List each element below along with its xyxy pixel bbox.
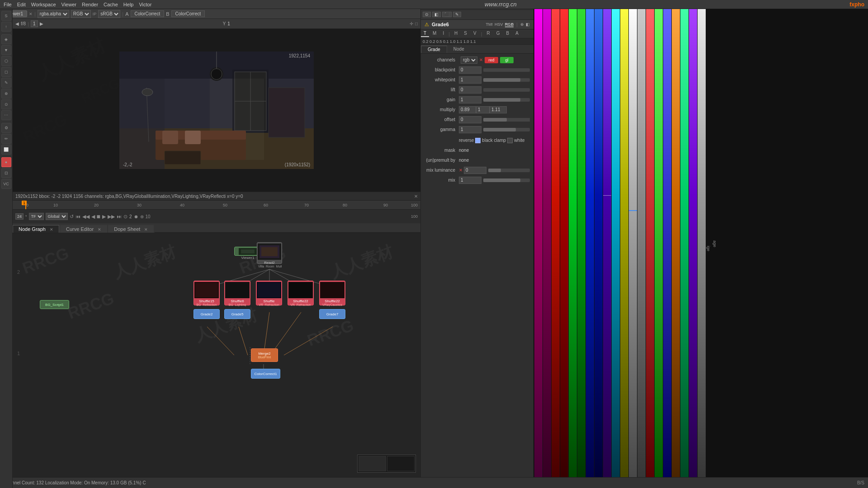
close-status-icon[interactable]: ✕ — [414, 194, 418, 199]
grade-dyn-icon[interactable]: ⊕ — [520, 22, 524, 27]
sidebar-tool-8[interactable]: ⋯ — [1, 110, 11, 120]
sidebar-tool-move[interactable]: ↑ — [1, 22, 11, 32]
grade-tab-V[interactable]: V — [471, 30, 479, 37]
lift-input[interactable] — [459, 86, 481, 94]
sidebar-tool-14[interactable]: VC — [1, 179, 11, 189]
menu-render[interactable]: Render — [82, 2, 98, 7]
sidebar-tool-4[interactable]: ◻ — [1, 67, 11, 77]
grade-tab-G[interactable]: G — [494, 30, 503, 37]
grade-tab-M[interactable]: M — [430, 30, 439, 37]
node-shuffle-1[interactable]: Shuffle15 BG_Reflection — [193, 281, 220, 305]
display-select[interactable]: sRGB — [98, 10, 120, 18]
grade-tab-rgb[interactable]: RGB — [505, 22, 514, 27]
sidebar-tool-9[interactable]: ⚙ — [1, 123, 11, 133]
menu-workspace[interactable]: Workspace — [31, 2, 56, 7]
node-colorcorrect[interactable]: ColorCorrect1 — [251, 369, 280, 379]
play-back-icon[interactable]: ◀ — [91, 214, 95, 220]
menu-edit[interactable]: Edit — [17, 2, 26, 7]
tab-grade[interactable]: Grade — [421, 46, 447, 53]
gamma-slider[interactable] — [483, 128, 530, 131]
channel-color-green[interactable]: gl — [500, 57, 514, 63]
tab-dope-sheet-close[interactable]: ✕ — [144, 227, 148, 232]
tab-node-graph-close[interactable]: ✕ — [50, 227, 53, 232]
node-shuffle-2[interactable]: Shuffle6 BG_Lighting — [224, 281, 250, 305]
node-shuffle-5[interactable]: Shuffle22 VRayCaustics — [319, 281, 345, 305]
channel-color-red[interactable]: red — [485, 57, 498, 63]
frame-current[interactable]: 1 — [31, 20, 38, 27]
gamma-input[interactable] — [459, 126, 481, 133]
sidebar-tool-select[interactable]: S — [1, 11, 11, 21]
grade-tab-I[interactable]: I — [440, 30, 447, 37]
menu-help[interactable]: Help — [123, 2, 134, 7]
next-frame-icon[interactable]: ▶ — [40, 21, 43, 26]
node-grade-3[interactable]: Grade7 — [319, 309, 345, 319]
mix-slider[interactable] — [483, 178, 530, 182]
offset-input[interactable] — [459, 116, 481, 123]
skip-start-icon[interactable]: ⏮ — [75, 214, 80, 219]
sidebar-tool-7[interactable]: ⊙ — [1, 99, 11, 109]
play-stop-icon[interactable]: ■ — [97, 213, 100, 220]
timeline-refresh-icon[interactable]: ↺ — [70, 214, 74, 220]
black-clamp-icon[interactable] — [475, 138, 481, 143]
node-viewer-bg[interactable]: BG_Script1 — [40, 300, 69, 309]
sidebar-tool-1[interactable]: ◈ — [1, 34, 11, 44]
mix-lum-slider[interactable] — [488, 169, 530, 172]
timeline-icon-b[interactable]: ⊕ — [140, 214, 144, 219]
play-forward-icon[interactable]: ▶ — [102, 214, 106, 220]
menu-cache[interactable]: Cache — [104, 2, 118, 7]
prev-frame-icon[interactable]: ◀ — [15, 21, 19, 26]
sidebar-tool-2[interactable]: ▼ — [1, 45, 11, 55]
loop-icon[interactable]: ⊙ — [123, 214, 127, 220]
multiply-input-3[interactable] — [490, 106, 507, 113]
step-forward-icon[interactable]: ▶▶ — [108, 214, 115, 220]
tab-curve-editor[interactable]: Curve Editor ✕ — [60, 225, 107, 233]
sidebar-tool-13[interactable]: ⊡ — [1, 168, 11, 178]
timeline-range-select[interactable]: Global — [46, 213, 68, 220]
sidebar-tool-12[interactable]: ● — [1, 157, 11, 167]
mix-input[interactable] — [459, 177, 481, 184]
multiply-input-1[interactable] — [459, 106, 476, 113]
node-read[interactable]: Read2 Villa_Room_Multi — [257, 242, 282, 264]
channel-select[interactable]: rgba.alpha — [38, 10, 69, 18]
tab-dope-sheet[interactable]: Dope Sheet ✕ — [108, 225, 154, 233]
gain-input[interactable] — [459, 96, 481, 103]
offset-slider[interactable] — [483, 118, 530, 122]
sidebar-tool-11[interactable]: ⬜ — [1, 145, 11, 155]
grade-tab-hsv[interactable]: HSV — [495, 22, 503, 27]
timeline-fps[interactable]: 24 — [15, 213, 24, 220]
node-grade-2[interactable]: Grade5 — [224, 309, 250, 319]
menu-viewer[interactable]: Viewer — [61, 2, 76, 7]
lift-slider[interactable] — [483, 88, 530, 92]
sidebar-tool-5[interactable]: ✎ — [1, 78, 11, 88]
mix-lum-input[interactable] — [464, 167, 486, 174]
color-mode-select[interactable]: RGB — [71, 10, 91, 18]
mix-lum-x-icon[interactable]: ✕ — [459, 168, 462, 173]
node-shuffle-3[interactable]: Shuffle VR_Refraction — [256, 281, 282, 305]
tab-curve-editor-close[interactable]: ✕ — [98, 227, 101, 232]
menu-victor[interactable]: Victor — [139, 2, 151, 7]
node-shuffle-4[interactable]: Shuffle22 VR_Refraction — [288, 281, 314, 305]
prop-tool-4[interactable]: ✎ — [453, 12, 461, 17]
channel-delete-icon[interactable]: ✕ — [479, 57, 483, 62]
white-clamp-icon[interactable] — [507, 138, 513, 143]
node-graph[interactable]: RRCG 人人素材 RRCG 人人素材 RRCG 人人素材 RRCG — [13, 233, 420, 477]
prop-tool-3[interactable]: ⬛ — [442, 12, 452, 17]
grade-tab-R[interactable]: R — [484, 30, 493, 37]
grade-tab-S[interactable]: S — [461, 30, 470, 37]
blackpoint-slider[interactable] — [483, 68, 530, 72]
grade-tab-tmi[interactable]: TM! — [486, 22, 493, 27]
menu-file[interactable]: File — [4, 2, 12, 7]
channels-select[interactable]: rgb — [461, 56, 477, 64]
sidebar-tool-10[interactable]: ✏ — [1, 134, 11, 144]
node-merge[interactable]: Merge2 BluePrint — [251, 348, 278, 362]
grade-tab-B[interactable]: B — [504, 30, 512, 37]
timeline-icon-a[interactable]: ⏺ — [134, 214, 138, 219]
crosshair-icon[interactable]: ✛ — [410, 21, 413, 26]
whitepoint-input[interactable] — [459, 76, 481, 84]
sidebar-tool-6[interactable]: ⊕ — [1, 89, 11, 99]
node-grade-1[interactable]: Grade2 — [193, 309, 220, 319]
tab-node-graph[interactable]: Node Graph ✕ — [13, 225, 59, 233]
grade-tab-T[interactable]: T — [421, 30, 429, 37]
grade-dyn-icon2[interactable]: ◧ — [526, 22, 530, 27]
step-back-icon[interactable]: ◀◀ — [82, 214, 90, 220]
